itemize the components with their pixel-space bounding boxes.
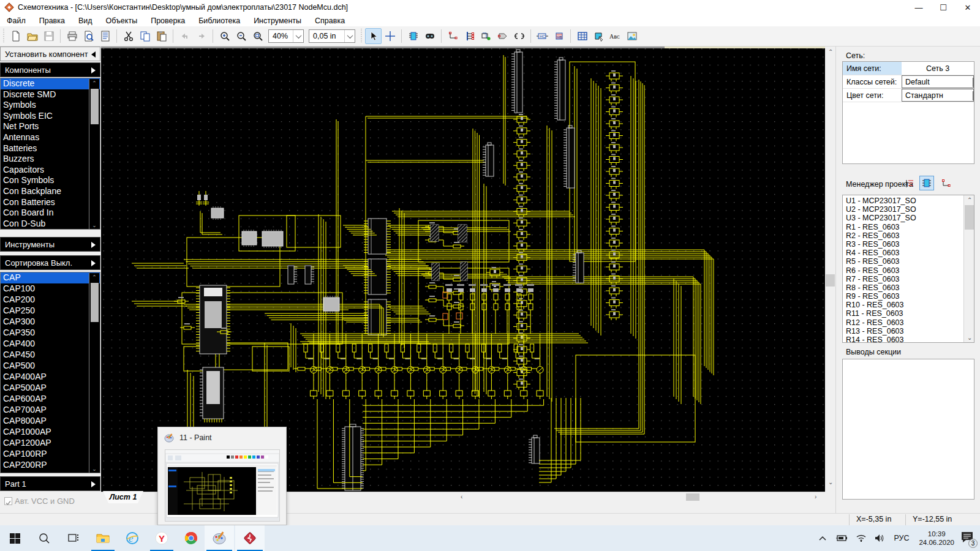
minimize-button[interactable]: — — [907, 0, 931, 15]
list-item[interactable]: Batteries — [1, 143, 100, 154]
list-item[interactable]: CAP250 — [1, 305, 100, 317]
report-button[interactable] — [97, 28, 113, 44]
list-item[interactable]: Con Board In — [1, 208, 100, 219]
close-button[interactable]: ✕ — [956, 0, 980, 15]
canvas-vscrollbar[interactable]: ⌃ ⌄ — [825, 47, 835, 501]
zoom-out-button[interactable] — [233, 28, 249, 44]
table-tool[interactable] — [574, 28, 590, 44]
print-preview-button[interactable] — [80, 28, 97, 44]
preview-thumbnail[interactable] — [165, 449, 280, 522]
list-item[interactable]: CAP400 — [1, 339, 100, 350]
cut-button[interactable] — [120, 28, 137, 44]
net-class-row[interactable]: Классы сетей: Default — [843, 75, 974, 89]
list-item[interactable]: Библиотека — [192, 17, 247, 25]
hierarchy-pin-tool[interactable]: HB — [551, 28, 567, 44]
list-item[interactable]: Antennas — [1, 132, 100, 143]
start-button[interactable] — [1, 525, 28, 551]
list-item[interactable]: Symbols EIC — [1, 111, 100, 122]
list-item[interactable]: Buzzers — [1, 154, 100, 165]
scroll-right-icon[interactable]: › — [815, 493, 816, 500]
list-item[interactable]: R3 - RES_0603 — [843, 240, 974, 249]
list-item[interactable]: Вид — [72, 17, 99, 25]
part-list-scrollbar[interactable]: ⌃ ⌄ — [89, 273, 99, 473]
list-item[interactable]: R8 - RES_0603 — [843, 283, 974, 292]
paste-button[interactable] — [153, 28, 170, 44]
text-tool[interactable]: Aʙᴄ — [607, 28, 624, 44]
select-tool[interactable] — [365, 28, 382, 44]
grid-combo[interactable]: 0,05 in — [309, 29, 355, 43]
new-button[interactable] — [7, 28, 24, 44]
language-indicator[interactable]: РУС — [894, 534, 909, 542]
components-header[interactable]: Компоненты — [0, 62, 100, 77]
component-list-scrollbar[interactable]: ⌃ ⌄ — [89, 79, 99, 230]
list-item[interactable]: R7 - RES_0603 — [843, 275, 974, 283]
toolbar-grip[interactable] — [2, 29, 6, 43]
schematic-app-button[interactable] — [235, 525, 265, 551]
list-item[interactable]: CAP500 — [1, 361, 100, 372]
list-item[interactable]: Con D-Sub — [1, 219, 100, 230]
list-item[interactable]: R2 - RES_0603 — [843, 231, 974, 240]
undo-button[interactable] — [176, 28, 193, 44]
crosshair-tool[interactable] — [382, 28, 398, 44]
list-item[interactable]: R6 - RES_0603 — [843, 266, 974, 275]
list-item[interactable]: CAP300 — [1, 317, 100, 328]
scroll-up-icon[interactable]: ⌃ — [91, 80, 98, 86]
list-item[interactable]: CAP350 — [1, 328, 100, 339]
chrome-button[interactable] — [178, 525, 205, 551]
list-item[interactable]: Файл — [0, 17, 32, 25]
tools-header[interactable]: Инструменты — [0, 237, 100, 252]
list-item[interactable]: R13 - RES_0603 — [843, 327, 974, 335]
list-item[interactable]: CAP800AP — [1, 416, 100, 427]
scroll-down-icon[interactable]: ⌄ — [91, 222, 98, 228]
sort-header[interactable]: Сортировка Выкл. — [0, 255, 100, 270]
list-item[interactable]: Справка — [308, 17, 352, 25]
list-item[interactable]: Discrete — [1, 78, 100, 89]
redo-button[interactable] — [193, 28, 209, 44]
tray-expand-icon[interactable] — [818, 535, 827, 541]
internet-explorer-button[interactable]: e — [119, 525, 146, 551]
list-item[interactable]: CAP1200AP — [1, 438, 100, 449]
list-item[interactable]: U3 - MCP23017_SO — [843, 214, 974, 222]
copy-button[interactable] — [137, 28, 153, 44]
list-item[interactable]: Правка — [32, 17, 72, 25]
place-connector-tool[interactable] — [511, 28, 527, 44]
image-tool[interactable] — [624, 28, 640, 44]
scroll-down-icon[interactable]: ⌄ — [967, 334, 972, 341]
polygon-tool[interactable] — [590, 28, 607, 44]
hierarchy-block-tool[interactable]: HC — [534, 28, 551, 44]
list-item[interactable]: Con Symbols — [1, 175, 100, 186]
scroll-down-icon[interactable]: ⌄ — [828, 479, 833, 485]
print-button[interactable] — [64, 28, 80, 44]
auto-vcc-checkbox[interactable] — [4, 497, 12, 505]
zoom-window-button[interactable] — [249, 28, 266, 44]
net-class-select[interactable]: Default — [902, 75, 974, 88]
scroll-up-icon[interactable]: ⌃ — [967, 197, 972, 203]
part-header[interactable]: Part 1 — [0, 476, 100, 491]
schematic-canvas[interactable] — [101, 47, 825, 492]
list-item[interactable]: Объекты — [99, 17, 145, 25]
zoom-combo[interactable]: 40% — [268, 29, 304, 43]
scroll-left-icon[interactable]: ‹ — [461, 493, 462, 500]
save-button[interactable] — [40, 28, 57, 44]
search-button[interactable] — [31, 525, 58, 551]
list-item[interactable]: R9 - RES_0603 — [843, 292, 974, 301]
place-wire-tool[interactable] — [445, 28, 461, 44]
notification-button[interactable]: 3 — [960, 531, 974, 545]
list-item[interactable]: CAP100 — [1, 283, 100, 294]
list-item[interactable]: CAP400AP — [1, 372, 100, 383]
list-item[interactable]: CAP — [1, 272, 100, 283]
search-component-tool[interactable] — [421, 28, 438, 44]
open-button[interactable] — [24, 28, 40, 44]
file-explorer-button[interactable] — [89, 525, 116, 551]
place-bus-tool[interactable] — [461, 28, 478, 44]
list-item[interactable]: U1 - MCP23017_SO — [843, 197, 974, 205]
install-component-header[interactable]: Установить компонент — [0, 47, 100, 61]
list-item[interactable]: R5 - RES_0603 — [843, 257, 974, 266]
list-item[interactable]: CAP1000AP — [1, 427, 100, 438]
yandex-button[interactable]: Y — [148, 525, 175, 551]
scroll-up-icon[interactable]: ⌃ — [91, 274, 98, 280]
list-item[interactable]: Con Batteries — [1, 197, 100, 208]
list-item[interactable]: CAP600AP — [1, 394, 100, 405]
list-item[interactable]: Проверка — [144, 17, 192, 25]
place-connection-tool[interactable] — [478, 28, 494, 44]
